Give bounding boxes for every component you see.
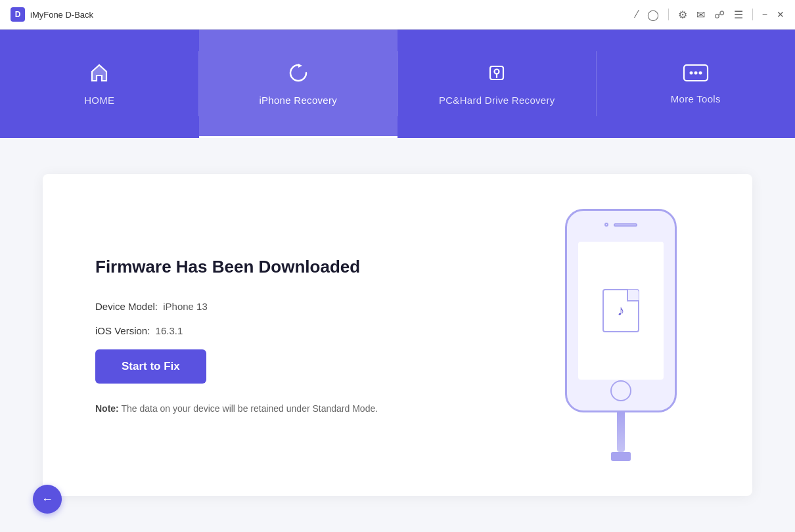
note-label: Note:: [95, 403, 119, 414]
key-icon: [486, 62, 507, 87]
back-button[interactable]: ←: [33, 485, 62, 514]
note-text: The data on your device will be retained…: [121, 403, 378, 414]
phone-cable-end: [611, 452, 631, 461]
content-card: Firmware Has Been Downloaded Device Mode…: [43, 174, 752, 496]
app-name: iMyFone D-Back: [30, 10, 93, 20]
nav-item-iphone-recovery[interactable]: iPhone Recovery: [199, 30, 398, 138]
device-value: iPhone 13: [163, 301, 208, 312]
phone-cable: [617, 412, 625, 452]
speaker-bar: [614, 223, 637, 227]
note-row: Note: The data on your device will be re…: [95, 403, 516, 414]
device-model-row: Device Model: iPhone 13: [95, 301, 516, 312]
back-arrow-icon: ←: [41, 493, 53, 506]
nav-bar: HOME iPhone Recovery PC&Hard Drive Recov…: [0, 30, 795, 138]
svg-point-5: [694, 71, 697, 74]
title-bar: D iMyFone D-Back ∕ ◯ ⚙ ✉ ☍ ☰ − ✕: [0, 0, 795, 30]
window-controls: − ✕: [762, 9, 784, 20]
close-button[interactable]: ✕: [777, 9, 784, 20]
refresh-icon: [288, 62, 309, 87]
phone-body: ♪: [565, 209, 677, 412]
nav-iphone-recovery-label: iPhone Recovery: [259, 95, 337, 106]
nav-more-tools-label: More Tools: [671, 93, 721, 104]
title-bar-left: D iMyFone D-Back: [11, 7, 93, 22]
phone-illustration: ♪: [542, 209, 700, 461]
mail-icon[interactable]: ✉: [696, 9, 705, 21]
start-fix-button[interactable]: Start to Fix: [95, 349, 206, 384]
nav-item-home[interactable]: HOME: [0, 30, 199, 138]
divider: [668, 9, 669, 20]
content-left: Firmware Has Been Downloaded Device Mode…: [95, 257, 542, 414]
speaker-dot: [604, 223, 608, 227]
ios-version-row: iOS Version: 16.3.1: [95, 325, 516, 336]
device-label: Device Model:: [95, 301, 158, 312]
title-bar-right: ∕ ◯ ⚙ ✉ ☍ ☰ − ✕: [636, 9, 784, 21]
phone-speaker: [604, 223, 637, 227]
nav-item-pc-recovery[interactable]: PC&Hard Drive Recovery: [398, 30, 597, 138]
main-content: Firmware Has Been Downloaded Device Mode…: [0, 138, 795, 532]
share-icon[interactable]: ∕: [636, 9, 638, 20]
ios-label: iOS Version:: [95, 325, 150, 336]
dots-icon: [683, 64, 709, 85]
file-icon-body: ♪: [602, 289, 639, 332]
svg-point-4: [689, 71, 693, 74]
svg-point-6: [698, 71, 702, 74]
settings-icon[interactable]: ⚙: [678, 9, 687, 21]
file-icon: ♪: [602, 289, 639, 332]
nav-item-more-tools[interactable]: More Tools: [597, 30, 796, 138]
firmware-title: Firmware Has Been Downloaded: [95, 257, 516, 277]
user-icon[interactable]: ◯: [647, 9, 659, 21]
nav-home-label: HOME: [84, 95, 114, 106]
phone-screen: ♪: [578, 242, 664, 380]
phone-home-button: [610, 380, 631, 401]
nav-pc-recovery-label: PC&Hard Drive Recovery: [439, 95, 555, 106]
chat-icon[interactable]: ☍: [714, 9, 725, 21]
app-logo: D: [11, 7, 25, 22]
home-icon: [89, 62, 110, 87]
menu-icon[interactable]: ☰: [734, 9, 743, 21]
divider2: [752, 9, 753, 20]
ios-value: 16.3.1: [156, 325, 183, 336]
minimize-button[interactable]: −: [762, 9, 767, 20]
music-note-icon: ♪: [618, 302, 625, 319]
